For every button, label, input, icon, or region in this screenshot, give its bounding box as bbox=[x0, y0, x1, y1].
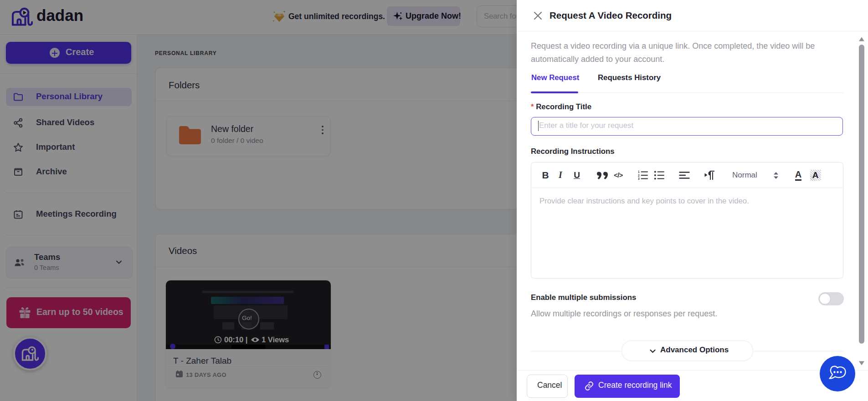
svg-text:2: 2 bbox=[638, 174, 640, 177]
svg-text:1: 1 bbox=[638, 170, 640, 173]
svg-text:3: 3 bbox=[638, 177, 640, 180]
